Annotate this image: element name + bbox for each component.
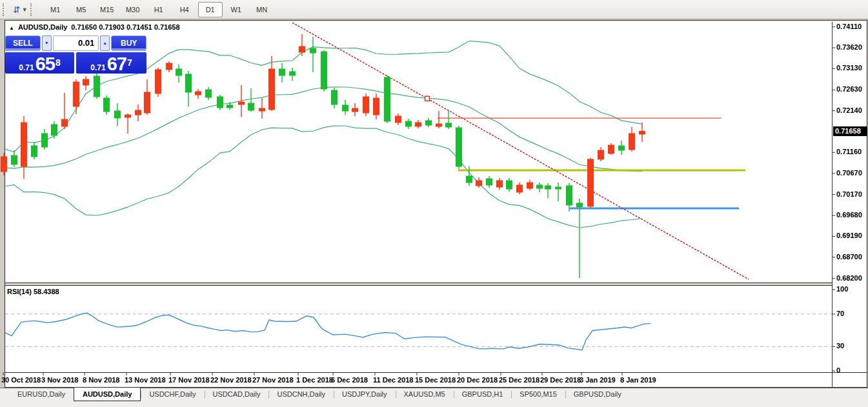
time-axis-label: 27 Nov 2018: [252, 376, 294, 384]
time-axis-label: 25 Dec 2018: [499, 376, 540, 384]
tab-usdjpy-daily[interactable]: USDJPY,Daily: [334, 388, 396, 401]
chart-title: ▲AUDUSD,Daily0.71650 0.71903 0.71451 0.7…: [9, 23, 180, 31]
sell-price-sup: 8: [56, 53, 61, 72]
timeframes-toolbar: ⇵▼ M1M5M15M30H1H4D1W1MN: [0, 0, 868, 19]
time-axis-label: 1 Dec 2018: [296, 376, 333, 384]
buy-price-big: 67: [107, 55, 126, 72]
period-button-d1[interactable]: D1: [198, 2, 223, 17]
rsi-indicator-label: RSI(14) 58.4388: [7, 288, 59, 295]
tab-eurusd-daily[interactable]: EURUSD,Daily: [9, 388, 74, 401]
sell-button[interactable]: SELL: [5, 35, 41, 51]
price-axis-label: 0.72140: [836, 106, 862, 114]
toolbar-grip-2[interactable]: [30, 3, 34, 16]
sell-price[interactable]: 0.71 65 8: [5, 52, 74, 74]
tab-gbpusd-daily[interactable]: GBPUSD,Daily: [565, 388, 630, 401]
chevron-down-icon: ▼: [22, 6, 28, 13]
rsi-axis-label: 70: [836, 310, 844, 317]
arrows-icon: ⇵: [13, 5, 21, 15]
buy-price-small: 0.71: [90, 63, 105, 72]
chart-window[interactable]: [5, 20, 867, 388]
volume-up-button[interactable]: ▲: [100, 35, 110, 51]
period-button-h1[interactable]: H1: [146, 2, 171, 17]
chart-ohlc-values: 0.71650 0.71903 0.71451 0.71658: [71, 23, 179, 31]
time-axis-label: 3 Nov 2018: [41, 376, 78, 384]
time-axis-label: 6 Dec 2018: [331, 376, 368, 384]
sell-price-small: 0.71: [19, 63, 34, 72]
time-axis-label: 29 Dec 2018: [540, 376, 581, 384]
price-axis-label: 0.70170: [836, 190, 862, 198]
time-axis-label: 15 Dec 2018: [415, 376, 456, 384]
chart-symbol-label: AUDUSD,Daily: [18, 23, 67, 31]
period-button-m15[interactable]: M15: [95, 2, 119, 17]
buy-price-sup: 7: [127, 53, 132, 72]
buy-price[interactable]: 0.71 67 7: [76, 52, 146, 74]
period-toolbar-icon[interactable]: ⇵▼: [13, 5, 28, 15]
toolbar-grip[interactable]: [3, 3, 6, 16]
tab-xauusd-m5[interactable]: XAUUSD,M5: [396, 388, 454, 401]
sell-price-big: 65: [35, 55, 55, 72]
period-button-m30[interactable]: M30: [121, 2, 145, 17]
period-button-mn[interactable]: MN: [250, 2, 274, 17]
tab-audusd-daily[interactable]: AUDUSD,Daily: [74, 388, 141, 401]
price-axis-label: 0.72630: [836, 85, 862, 93]
time-axis-label: 3 Jan 2019: [580, 376, 616, 384]
volume-down-button[interactable]: ▼: [42, 35, 52, 51]
time-axis-label: 8 Nov 2018: [83, 376, 119, 384]
tab-usdcad-daily[interactable]: USDCAD,Daily: [205, 388, 269, 401]
price-axis-label: 0.68200: [836, 274, 862, 282]
price-axis-label: 0.74110: [836, 23, 862, 30]
price-axis-label: 0.71160: [836, 148, 862, 155]
tab-usdcnh-daily[interactable]: USDCNH,Daily: [268, 388, 334, 401]
collapse-panel-icon[interactable]: ▲: [9, 25, 14, 31]
status-strip: [0, 401, 868, 407]
period-button-w1[interactable]: W1: [224, 2, 248, 17]
volume-field[interactable]: 0.01: [53, 35, 99, 51]
time-axis-label: 22 Nov 2018: [210, 376, 252, 384]
current-price-tag: 0.71658: [833, 126, 867, 136]
period-button-m1[interactable]: M1: [43, 2, 68, 17]
rsi-axis-label: 0: [836, 366, 840, 374]
price-axis-label: 0.69680: [836, 211, 862, 219]
chart-tabs: EURUSD,DailyAUDUSD,DailyUSDCHF,DailyUSDC…: [0, 388, 868, 401]
rsi-axis-label: 100: [836, 285, 848, 293]
time-axis-label: 8 Jan 2019: [620, 376, 656, 384]
period-buttons: M1M5M15M30H1H4D1W1MN: [43, 2, 274, 17]
price-axis-label: 0.70670: [836, 169, 862, 177]
period-button-h4[interactable]: H4: [172, 2, 197, 17]
tab-gbpusd-h1[interactable]: GBPUSD,H1: [454, 388, 512, 401]
rsi-axis-label: 30: [836, 342, 844, 350]
time-axis-label: 13 Nov 2018: [125, 376, 166, 384]
buy-button[interactable]: BUY: [111, 35, 146, 51]
time-axis-label: 30 Oct 2018: [1, 376, 41, 384]
period-button-m5[interactable]: M5: [69, 2, 94, 17]
price-axis-label: 0.68700: [836, 253, 862, 261]
time-axis-label: 17 Nov 2018: [168, 376, 210, 384]
price-axis-label: 0.73620: [836, 43, 862, 51]
time-axis-label: 11 Dec 2018: [373, 376, 413, 384]
tab-usdchf-daily[interactable]: USDCHF,Daily: [141, 388, 204, 401]
price-axis-label: 0.69190: [836, 232, 862, 239]
price-axis-label: 0.73130: [836, 64, 862, 72]
mt4-terminal: { "toolbar": { "periods": ["M1","M5","M1…: [0, 0, 868, 407]
tab-sp500-m15[interactable]: SP500,M15: [511, 388, 565, 401]
time-axis-label: 20 Dec 2018: [457, 376, 498, 384]
one-click-trading-panel: SELL ▼ 0.01 ▲ BUY 0.71 65 8 0.71 67 7: [5, 35, 146, 74]
